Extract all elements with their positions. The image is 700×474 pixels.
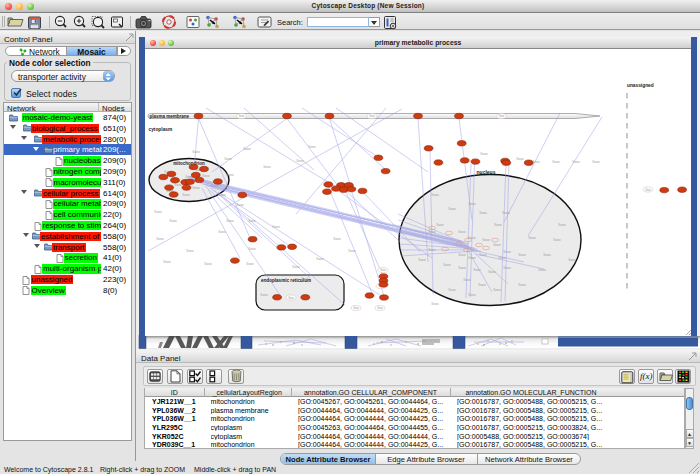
- svg-text:Sxxxx: Sxxxx: [502, 211, 510, 215]
- svg-text:Sxxxx: Sxxxx: [246, 262, 254, 266]
- svg-text:Sxxx: Sxxx: [353, 306, 359, 310]
- svg-text:Sxxxx: Sxxxx: [192, 186, 200, 190]
- svg-text:Sxxx: Sxxx: [645, 188, 651, 192]
- svg-text:Sxxxx: Sxxxx: [592, 160, 600, 164]
- svg-text:Sxxxx: Sxxxx: [458, 266, 466, 270]
- svg-text:Sxxxx: Sxxxx: [494, 223, 502, 227]
- svg-text:Sxxxx: Sxxxx: [226, 173, 234, 177]
- svg-text:Sxxxx: Sxxxx: [448, 207, 456, 211]
- svg-text:Sxxxx: Sxxxx: [552, 160, 560, 164]
- svg-text:Sxxxx: Sxxxx: [333, 237, 341, 241]
- svg-text:Sxxxx: Sxxxx: [468, 293, 476, 297]
- svg-text:Sxxxx: Sxxxx: [202, 174, 210, 178]
- svg-text:Sxxxx: Sxxxx: [177, 162, 185, 166]
- svg-text:Sxxx: Sxxx: [380, 268, 386, 272]
- svg-text:Sxxxx: Sxxxx: [482, 238, 490, 242]
- svg-text:Sxxxx: Sxxxx: [543, 253, 551, 257]
- svg-text:Sxxxx: Sxxxx: [528, 236, 536, 240]
- svg-text:nucleus: nucleus: [477, 169, 496, 175]
- svg-text:Sxxxx: Sxxxx: [431, 193, 439, 197]
- svg-text:Sxxx: Sxxx: [377, 306, 383, 310]
- svg-text:Sxxxx: Sxxxx: [224, 157, 232, 161]
- svg-text:Sxxxx: Sxxxx: [516, 157, 524, 161]
- svg-text:Sxxxx: Sxxxx: [263, 165, 271, 169]
- svg-text:Sxxxx: Sxxxx: [431, 302, 439, 306]
- svg-text:Sxxxx: Sxxxx: [436, 223, 444, 227]
- svg-text:unassigned: unassigned: [627, 83, 654, 88]
- svg-text:Sxxxx: Sxxxx: [503, 250, 511, 254]
- svg-text:Sxxxx: Sxxxx: [301, 277, 309, 281]
- svg-text:Sxxxx: Sxxxx: [226, 219, 234, 223]
- svg-text:Sxxxx: Sxxxx: [248, 247, 256, 251]
- svg-text:Sxxxx: Sxxxx: [428, 248, 436, 252]
- svg-text:Sxxxx: Sxxxx: [418, 258, 426, 262]
- svg-text:Sxxxx: Sxxxx: [463, 278, 471, 282]
- svg-text:Sxxxx: Sxxxx: [243, 147, 251, 151]
- svg-text:Sxxxx: Sxxxx: [248, 219, 256, 223]
- svg-text:Sxxxx: Sxxxx: [518, 253, 526, 257]
- svg-text:Sxxxx: Sxxxx: [154, 210, 162, 214]
- svg-text:Sxxxx: Sxxxx: [493, 243, 501, 247]
- svg-text:Sxxxx: Sxxxx: [186, 249, 194, 253]
- svg-text:Sxxxx: Sxxxx: [204, 262, 212, 266]
- svg-text:Sxxxx: Sxxxx: [488, 270, 496, 274]
- svg-text:Sxxxx: Sxxxx: [192, 150, 200, 154]
- svg-text:Sxxxx: Sxxxx: [163, 260, 171, 264]
- svg-text:Sxxxx: Sxxxx: [568, 258, 576, 262]
- svg-text:plasma membrane: plasma membrane: [150, 114, 190, 119]
- svg-text:Sxxxx: Sxxxx: [156, 237, 164, 241]
- svg-text:Sxxxx: Sxxxx: [348, 249, 356, 253]
- svg-text:Sxxxx: Sxxxx: [428, 230, 436, 234]
- svg-text:Sxxxx: Sxxxx: [478, 283, 486, 287]
- svg-text:Sxxxx: Sxxxx: [493, 288, 501, 292]
- svg-text:Sxxxx: Sxxxx: [468, 256, 476, 260]
- svg-text:Sxxx: Sxxx: [499, 114, 505, 118]
- svg-text:Sxxxx: Sxxxx: [211, 184, 219, 188]
- svg-text:Sxxxx: Sxxxx: [503, 266, 511, 270]
- svg-text:Sxxx: Sxxx: [369, 114, 375, 118]
- svg-text:Sxxxx: Sxxxx: [296, 159, 304, 163]
- svg-text:Sxxxx: Sxxxx: [498, 256, 506, 260]
- svg-text:Sxxxx: Sxxxx: [218, 193, 226, 197]
- svg-text:Sxxxx: Sxxxx: [182, 193, 190, 197]
- svg-text:Sxxxx: Sxxxx: [473, 268, 481, 272]
- svg-text:Sxxxx: Sxxxx: [292, 265, 300, 269]
- svg-text:Sxxxx: Sxxxx: [558, 223, 566, 227]
- svg-text:Sxxxx: Sxxxx: [308, 145, 316, 149]
- svg-text:Sxxxx: Sxxxx: [218, 230, 226, 234]
- svg-text:Sxxxx: Sxxxx: [553, 238, 561, 242]
- svg-text:Sxxxx: Sxxxx: [458, 253, 466, 257]
- svg-text:Sxxxx: Sxxxx: [479, 253, 487, 257]
- svg-text:Sxxxx: Sxxxx: [169, 219, 177, 223]
- svg-text:Sxxxx: Sxxxx: [468, 202, 476, 206]
- svg-text:Sxxxx: Sxxxx: [443, 263, 451, 267]
- svg-text:Sxxxx: Sxxxx: [236, 203, 244, 207]
- svg-text:Sxxx: Sxxx: [288, 296, 294, 300]
- svg-text:Sxxxx: Sxxxx: [532, 160, 540, 164]
- svg-text:Sxxxx: Sxxxx: [518, 283, 526, 287]
- svg-text:Sxxxx: Sxxxx: [260, 293, 268, 297]
- svg-text:Sxxxx: Sxxxx: [272, 225, 280, 229]
- svg-text:Sxxx: Sxxx: [239, 114, 245, 118]
- svg-text:Sxxxx: Sxxxx: [448, 288, 456, 292]
- svg-text:Sxxxx: Sxxxx: [572, 160, 580, 164]
- svg-text:cytoplasm: cytoplasm: [149, 127, 173, 132]
- svg-text:Sxxxx: Sxxxx: [480, 152, 488, 156]
- svg-text:Sxxxx: Sxxxx: [538, 268, 546, 272]
- svg-text:Sxxxx: Sxxxx: [458, 230, 466, 234]
- svg-text:Sxxxx: Sxxxx: [479, 211, 487, 215]
- svg-text:Sxxxx: Sxxxx: [316, 257, 324, 261]
